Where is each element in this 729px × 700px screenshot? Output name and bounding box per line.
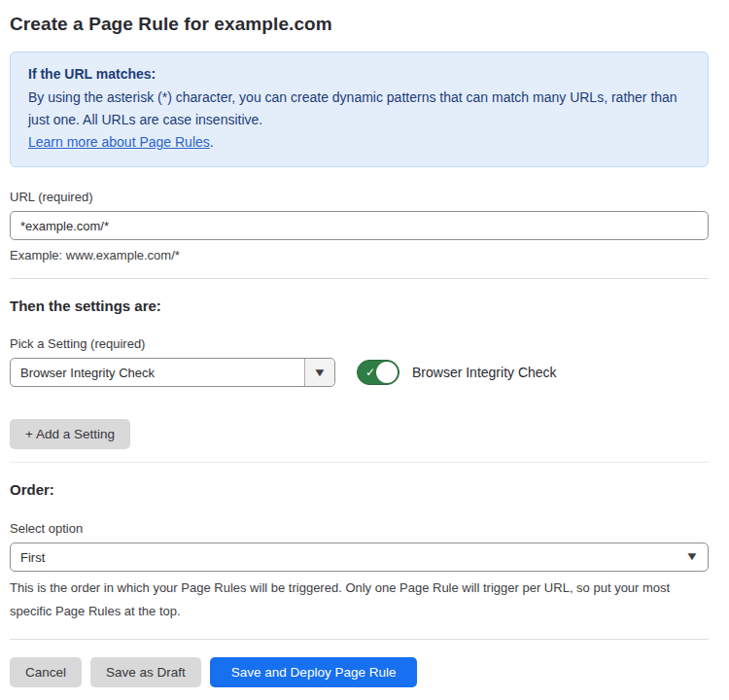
chevron-down-icon: ▼ [313,367,328,378]
url-input[interactable] [10,211,709,240]
order-select[interactable]: First ▼ [10,542,709,572]
add-setting-button[interactable]: + Add a Setting [10,419,130,449]
save-as-draft-button[interactable]: Save as Draft [90,657,201,687]
save-and-deploy-button[interactable]: Save and Deploy Page Rule [210,657,418,687]
form-actions: Cancel Save as Draft Save and Deploy Pag… [10,657,709,687]
checkmark-icon: ✓ [365,367,375,378]
cancel-button[interactable]: Cancel [10,657,82,687]
page-title: Create a Page Rule for example.com [10,14,709,35]
info-box-heading: If the URL matches: [28,63,690,86]
toggle-group: ✓ Browser Integrity Check [357,360,557,385]
divider-before-actions [10,639,709,640]
setting-row: Browser Integrity Check ▼ ✓ Browser Inte… [10,358,709,387]
url-match-info-box: If the URL matches: By using the asteris… [10,52,709,167]
order-select-value: First [11,550,708,565]
chevron-down-icon: ▼ [685,549,700,563]
divider-after-url [10,278,709,279]
info-box-link-line: Learn more about Page Rules. [28,131,690,154]
setting-select-arrow-button[interactable]: ▼ [304,359,334,386]
order-section-heading: Order: [10,481,709,498]
page-rule-form: Create a Page Rule for example.com If th… [0,0,729,687]
browser-integrity-toggle[interactable]: ✓ [357,360,399,385]
divider-after-settings [10,462,709,463]
toggle-knob [376,362,398,383]
toggle-label: Browser Integrity Check [412,365,557,380]
order-helper-text: This is the order in which your Page Rul… [10,577,709,623]
learn-more-link[interactable]: Learn more about Page Rules [28,134,210,150]
url-example-helper: Example: www.example.com/* [10,248,709,262]
setting-select[interactable]: Browser Integrity Check ▼ [10,358,335,387]
pick-setting-label: Pick a Setting (required) [10,336,709,351]
info-box-body: By using the asterisk (*) character, you… [28,87,690,131]
setting-select-value: Browser Integrity Check [11,366,304,380]
link-suffix: . [210,134,214,150]
settings-section-heading: Then the settings are: [10,298,709,314]
order-select-label: Select option [10,521,709,536]
url-field-label: URL (required) [10,190,709,204]
